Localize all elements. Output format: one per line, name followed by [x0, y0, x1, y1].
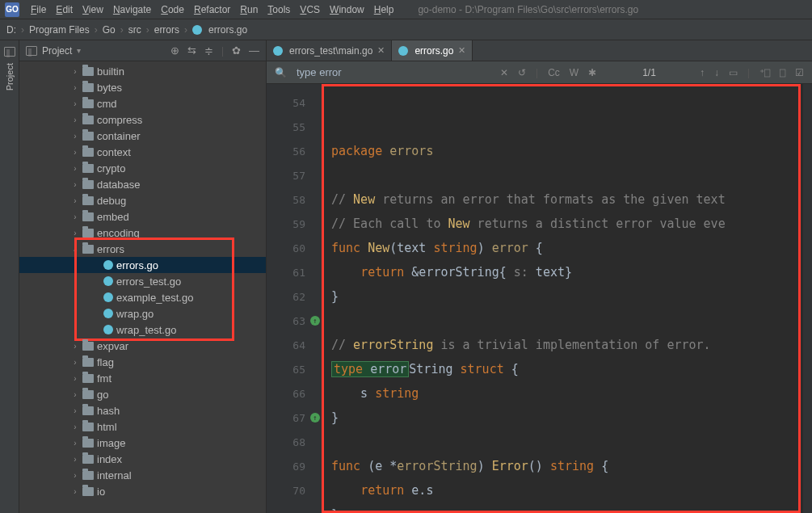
- tree-twisty[interactable]: ›: [71, 164, 79, 173]
- folder-hash[interactable]: ›hash: [19, 402, 266, 418]
- folder-context[interactable]: ›context: [19, 144, 266, 160]
- menu-help[interactable]: Help: [369, 2, 399, 17]
- menu-navigate[interactable]: Navigate: [108, 2, 156, 17]
- folder-embed[interactable]: ›embed: [19, 208, 266, 225]
- code-line[interactable]: s string: [331, 381, 802, 406]
- folder-image[interactable]: ›image: [19, 435, 266, 451]
- tree-twisty[interactable]: ›: [71, 455, 79, 464]
- menu-edit[interactable]: Edit: [51, 2, 78, 17]
- match-case-toggle[interactable]: Cc: [548, 67, 560, 78]
- code-line[interactable]: func New(text string) error {: [331, 236, 802, 260]
- breadcrumb-item[interactable]: errors.go: [208, 24, 247, 36]
- code-line[interactable]: }: [331, 406, 802, 430]
- code-line[interactable]: return &errorString{ s: text}: [331, 260, 802, 284]
- folder-compress[interactable]: ›compress: [19, 111, 266, 128]
- folder-html[interactable]: ›html: [19, 418, 266, 435]
- menu-vcs[interactable]: VCS: [295, 2, 325, 17]
- code-line[interactable]: [331, 163, 802, 187]
- tree-twisty[interactable]: ›: [71, 180, 79, 189]
- folder-expvar[interactable]: ›expvar: [19, 338, 266, 354]
- expand-icon[interactable]: ≑: [204, 44, 213, 57]
- tree-twisty[interactable]: ›: [71, 390, 79, 399]
- tree-twisty[interactable]: ›: [71, 148, 79, 157]
- menu-refactor[interactable]: Refactor: [189, 2, 235, 17]
- code-line[interactable]: [331, 309, 802, 333]
- add-selection-icon[interactable]: ⁺⎕: [759, 67, 770, 78]
- breadcrumb-item[interactable]: src: [128, 24, 141, 36]
- tree-twisty[interactable]: ›: [71, 212, 79, 221]
- menu-file[interactable]: File: [26, 2, 51, 17]
- menu-window[interactable]: Window: [325, 2, 369, 17]
- select-occurrences-icon[interactable]: ☑: [795, 67, 804, 78]
- tree-twisty[interactable]: ›: [71, 83, 79, 92]
- code-line[interactable]: // New returns an error that formats as …: [331, 187, 802, 212]
- find-input[interactable]: [297, 66, 490, 78]
- folder-go[interactable]: ›go: [19, 386, 266, 402]
- project-tool-label[interactable]: Project: [5, 60, 15, 94]
- project-tool-icon[interactable]: [4, 47, 15, 57]
- code-line[interactable]: // Each call to New returns a distinct e…: [331, 212, 802, 236]
- tree-twisty[interactable]: ›: [71, 471, 79, 480]
- menu-view[interactable]: View: [78, 2, 108, 17]
- next-match-icon[interactable]: ↓: [714, 67, 719, 78]
- folder-database[interactable]: ›database: [19, 176, 266, 192]
- breadcrumb-item[interactable]: errors: [154, 24, 179, 36]
- menu-run[interactable]: Run: [235, 2, 263, 17]
- code-line[interactable]: [331, 430, 802, 454]
- tree-twisty[interactable]: ›: [71, 99, 79, 108]
- tree-twisty[interactable]: ›: [71, 67, 79, 76]
- tab-close-icon[interactable]: ✕: [377, 45, 385, 56]
- tree-twisty[interactable]: ›: [71, 342, 79, 351]
- collapse-icon[interactable]: ⇆: [187, 44, 196, 57]
- code-line[interactable]: }: [331, 284, 802, 309]
- file-errors_test.go[interactable]: errors_test.go: [19, 273, 266, 289]
- tree-twisty[interactable]: ›: [71, 406, 79, 415]
- tree-twisty[interactable]: ⌄: [71, 245, 79, 254]
- code-content[interactable]: package errors // New returns an error t…: [322, 84, 802, 513]
- folder-index[interactable]: ›index: [19, 451, 266, 467]
- code-line[interactable]: type errorString struct {: [331, 357, 802, 381]
- folder-builtin[interactable]: ›builtin: [19, 63, 266, 79]
- folder-fmt[interactable]: ›fmt: [19, 370, 266, 386]
- folder-crypto[interactable]: ›crypto: [19, 160, 266, 176]
- select-all-icon[interactable]: ▭: [729, 67, 738, 78]
- clear-icon[interactable]: ✕: [500, 67, 508, 78]
- target-icon[interactable]: ⊕: [170, 44, 179, 57]
- tree-twisty[interactable]: ›: [71, 487, 79, 496]
- gutter-mark-icon[interactable]: ↑: [310, 316, 320, 326]
- code-line[interactable]: // errorString is a trivial implementati…: [331, 333, 802, 357]
- breadcrumb-item[interactable]: D:: [6, 24, 16, 36]
- remove-selection-icon[interactable]: ⎕: [780, 67, 785, 78]
- tree-twisty[interactable]: ›: [71, 374, 79, 383]
- tab-errors_test-main-go[interactable]: errors_test\main.go✕: [267, 40, 392, 61]
- scrollbar-right[interactable]: [802, 84, 812, 513]
- tree-twisty[interactable]: ›: [71, 439, 79, 448]
- code-line[interactable]: }: [331, 502, 802, 513]
- file-example_test.go[interactable]: example_test.go: [19, 289, 266, 305]
- prev-match-icon[interactable]: ↑: [700, 67, 705, 78]
- folder-io[interactable]: ›io: [19, 483, 266, 499]
- tree-twisty[interactable]: ›: [71, 229, 79, 238]
- folder-encoding[interactable]: ›encoding: [19, 225, 266, 241]
- code-line[interactable]: return e.s: [331, 478, 802, 502]
- tree-twisty[interactable]: ›: [71, 196, 79, 205]
- settings-icon[interactable]: ✿: [232, 44, 241, 57]
- folder-errors[interactable]: ⌄errors: [19, 241, 266, 257]
- tab-errors-go[interactable]: errors.go✕: [392, 40, 473, 61]
- breadcrumb-item[interactable]: Go: [103, 24, 116, 36]
- menu-tools[interactable]: Tools: [263, 2, 295, 17]
- tree-twisty[interactable]: ›: [71, 116, 79, 124]
- tree-twisty[interactable]: ›: [71, 132, 79, 141]
- hide-icon[interactable]: —: [249, 44, 259, 57]
- gutter-mark-icon[interactable]: ↑: [310, 413, 320, 423]
- folder-internal[interactable]: ›internal: [19, 467, 266, 483]
- file-wrap.go[interactable]: wrap.go: [19, 305, 266, 322]
- file-wrap_test.go[interactable]: wrap_test.go: [19, 322, 266, 338]
- history-icon[interactable]: ↺: [518, 67, 526, 78]
- regex-toggle[interactable]: ✱: [588, 67, 596, 78]
- breadcrumb-item[interactable]: Program Files: [29, 24, 90, 36]
- tab-close-icon[interactable]: ✕: [458, 45, 465, 56]
- file-errors.go[interactable]: errors.go: [19, 257, 266, 273]
- code-line[interactable]: func (e *errorString) Error() string {: [331, 454, 802, 478]
- folder-bytes[interactable]: ›bytes: [19, 79, 266, 95]
